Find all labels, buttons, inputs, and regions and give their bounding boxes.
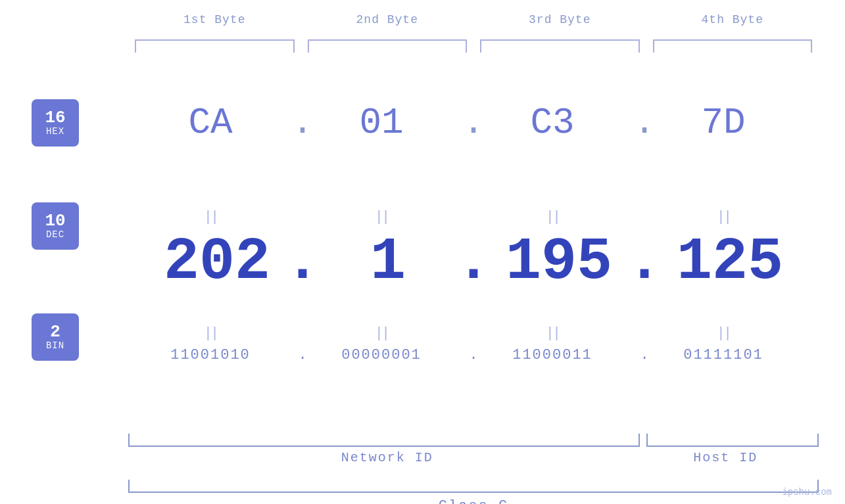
host-id-label: Host ID bbox=[633, 450, 819, 465]
network-id-label: Network ID bbox=[128, 450, 646, 465]
hex-row-inner: CA . 01 . C3 . 7D bbox=[128, 102, 819, 144]
dec-row-inner: 202 . 1 . 195 . 125 bbox=[128, 229, 819, 296]
bin-val-1: 11001010 bbox=[145, 347, 276, 363]
dec-val-4: 125 bbox=[658, 229, 802, 296]
dec-dot-2: . bbox=[460, 229, 487, 296]
bin-val-4: 01111101 bbox=[658, 347, 789, 363]
class-label: Class C bbox=[128, 498, 819, 504]
bin-val-3: 11000011 bbox=[487, 347, 618, 363]
dec-val-3: 195 bbox=[487, 229, 631, 296]
bin-dot-2: . bbox=[460, 347, 487, 363]
bin-badge-label: BIN bbox=[46, 340, 64, 351]
header-brackets bbox=[128, 39, 819, 53]
equals-row-1: || || || || bbox=[128, 209, 819, 225]
bin-val-2: 00000001 bbox=[316, 347, 447, 363]
hex-badge: 16 HEX bbox=[32, 99, 79, 147]
bin-row: 11001010 . 00000001 . 11000011 . 0111110… bbox=[128, 347, 819, 363]
eq-1-4: || bbox=[658, 209, 789, 225]
hex-dot-1: . bbox=[289, 102, 316, 144]
hex-badge-label: HEX bbox=[46, 126, 64, 137]
bracket-4 bbox=[653, 39, 813, 53]
eq-1-2: || bbox=[316, 209, 447, 225]
class-bracket bbox=[128, 480, 819, 493]
main-container: 16 HEX 10 DEC 2 BIN 1st Byte 2nd Byte 3r… bbox=[0, 0, 845, 504]
column-headers: 1st Byte 2nd Byte 3rd Byte 4th Byte bbox=[128, 13, 819, 26]
eq-1-1: || bbox=[145, 209, 276, 225]
watermark: ipshu.com bbox=[782, 487, 832, 497]
dec-badge-number: 10 bbox=[45, 212, 65, 229]
hex-val-3: C3 bbox=[487, 102, 618, 144]
dec-badge: 10 DEC bbox=[32, 202, 79, 250]
eq-2-4: || bbox=[658, 325, 789, 342]
bracket-3 bbox=[480, 39, 640, 53]
eq-row-2-inner: || || || || bbox=[128, 325, 819, 342]
hex-val-1: CA bbox=[145, 102, 276, 144]
col-header-2: 2nd Byte bbox=[301, 13, 474, 26]
hex-dot-2: . bbox=[460, 102, 487, 144]
eq-2-1: || bbox=[145, 325, 276, 342]
hex-row: CA . 01 . C3 . 7D bbox=[128, 102, 819, 144]
bracket-1 bbox=[135, 39, 295, 53]
bin-badge-number: 2 bbox=[50, 323, 60, 340]
dec-dot-1: . bbox=[289, 229, 316, 296]
content-area: CA . 01 . C3 . 7D || || || || bbox=[128, 53, 819, 438]
bracket-2 bbox=[308, 39, 468, 53]
bin-dot-1: . bbox=[289, 347, 316, 363]
hex-val-2: 01 bbox=[316, 102, 447, 144]
bin-row-inner: 11001010 . 00000001 . 11000011 . 0111110… bbox=[128, 347, 819, 363]
hex-dot-3: . bbox=[631, 102, 658, 144]
dec-val-1: 202 bbox=[145, 229, 289, 296]
hex-val-4: 7D bbox=[658, 102, 789, 144]
eq-2-2: || bbox=[316, 325, 447, 342]
eq-2-3: || bbox=[487, 325, 618, 342]
dec-row: 202 . 1 . 195 . 125 bbox=[128, 229, 819, 296]
dec-badge-label: DEC bbox=[46, 229, 64, 240]
col-header-1: 1st Byte bbox=[128, 13, 301, 26]
equals-row-2: || || || || bbox=[128, 325, 819, 342]
dec-val-2: 1 bbox=[316, 229, 460, 296]
hex-badge-number: 16 bbox=[45, 109, 65, 126]
col-header-3: 3rd Byte bbox=[473, 13, 646, 26]
network-host-brackets bbox=[128, 434, 819, 447]
bin-badge: 2 BIN bbox=[32, 313, 79, 361]
network-bracket bbox=[128, 434, 640, 447]
bin-dot-3: . bbox=[631, 347, 658, 363]
eq-1-3: || bbox=[487, 209, 618, 225]
eq-row-1-inner: || || || || bbox=[128, 209, 819, 225]
dec-dot-3: . bbox=[631, 229, 658, 296]
col-header-4: 4th Byte bbox=[646, 13, 819, 26]
host-bracket bbox=[646, 434, 819, 447]
